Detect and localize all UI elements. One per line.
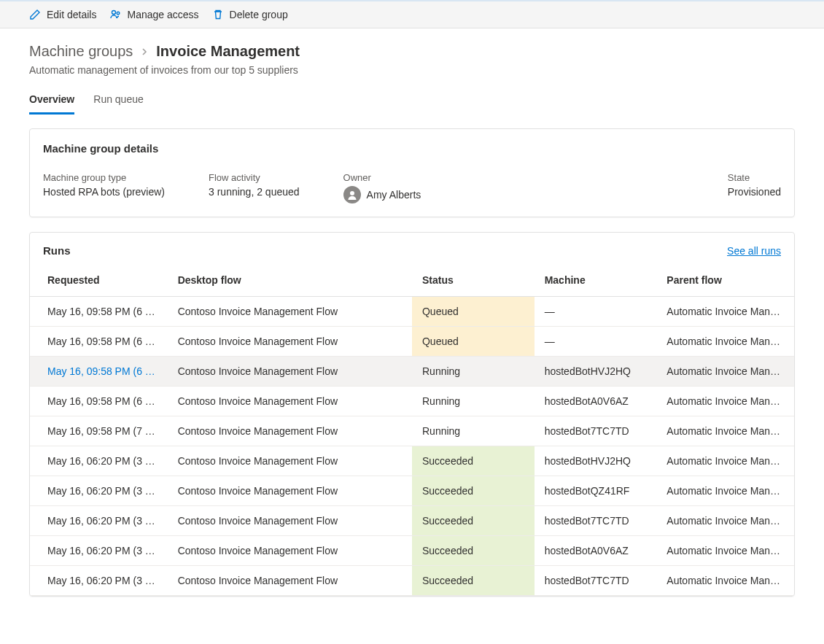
cell-requested: May 16, 06:20 PM (3 h ago) (30, 476, 168, 506)
manage-access-label: Manage access (127, 9, 198, 20)
runs-panel: Runs See all runs Requested Desktop flow… (29, 232, 795, 597)
cell-status: Succeeded (412, 506, 535, 536)
col-machine[interactable]: Machine (535, 264, 657, 297)
cell-requested: May 16, 06:20 PM (3 h ago) (30, 446, 168, 476)
col-desktop-flow[interactable]: Desktop flow (168, 264, 412, 297)
cell-machine: hostedBotQZ41RF (535, 476, 657, 506)
table-row[interactable]: May 16, 09:58 PM (7 min ago)Contoso Invo… (30, 416, 794, 446)
cell-desktop-flow: Contoso Invoice Management Flow (168, 476, 412, 506)
runs-title: Runs (43, 244, 71, 257)
cell-machine: hostedBot7TC7TD (535, 416, 657, 446)
table-row[interactable]: May 16, 06:20 PM (3 h ago)Contoso Invoic… (30, 476, 794, 506)
cell-machine: — (535, 297, 657, 327)
tabs: Overview Run queue (29, 89, 795, 115)
table-row[interactable]: May 16, 06:20 PM (3 h ago)Contoso Invoic… (30, 446, 794, 476)
cell-machine: — (535, 327, 657, 357)
cell-machine: hostedBot7TC7TD (535, 566, 657, 596)
cell-status: Succeeded (412, 476, 535, 506)
cell-desktop-flow: Contoso Invoice Management Flow (168, 387, 412, 416)
edit-details-button[interactable]: Edit details (29, 9, 96, 20)
cell-requested: May 16, 06:20 PM (3 h ago) (30, 536, 168, 566)
detail-type: Machine group type Hosted RPA bots (prev… (43, 172, 165, 203)
detail-state: State Provisioned (728, 172, 781, 203)
edit-details-label: Edit details (47, 9, 96, 20)
detail-activity-value: 3 running, 2 queued (209, 186, 300, 198)
detail-type-value: Hosted RPA bots (preview) (43, 186, 165, 198)
cell-status: Succeeded (412, 566, 535, 596)
cell-parent-flow: Automatic Invoice Manage... (656, 506, 794, 536)
cell-machine: hostedBotHVJ2HQ (535, 446, 657, 476)
detail-owner-value: Amy Alberts (367, 189, 421, 201)
cell-parent-flow: Automatic Invoice Manage... (656, 357, 794, 387)
cell-requested: May 16, 09:58 PM (6 min ago) (30, 297, 168, 327)
pencil-icon (29, 9, 41, 20)
tab-overview[interactable]: Overview (29, 89, 74, 115)
machine-group-details-panel: Machine group details Machine group type… (29, 128, 795, 217)
cell-parent-flow: Automatic Invoice Manage... (656, 416, 794, 446)
table-row[interactable]: May 16, 06:20 PM (3 h ago)Contoso Invoic… (30, 566, 794, 596)
cell-status: Running (412, 357, 535, 387)
cell-desktop-flow: Contoso Invoice Management Flow (168, 506, 412, 536)
people-icon (109, 9, 121, 20)
detail-owner: Owner Amy Alberts (343, 172, 421, 203)
command-bar: Edit details Manage access Delete group (0, 0, 824, 28)
col-status[interactable]: Status (412, 264, 535, 297)
table-row[interactable]: May 16, 06:20 PM (3 h ago)Contoso Invoic… (30, 536, 794, 566)
details-panel-title: Machine group details (43, 142, 781, 155)
table-row[interactable]: May 16, 09:58 PM (6 min ago)Contoso Invo… (30, 357, 794, 387)
svg-point-0 (112, 11, 116, 15)
table-row[interactable]: May 16, 06:20 PM (3 h ago)Contoso Invoic… (30, 506, 794, 536)
cell-parent-flow: Automatic Invoice Manage... (656, 536, 794, 566)
cell-requested: May 16, 09:58 PM (7 min ago) (30, 416, 168, 446)
svg-point-1 (117, 12, 120, 15)
cell-requested: May 16, 09:58 PM (6 min ago) (30, 327, 168, 357)
cell-status: Succeeded (412, 536, 535, 566)
cell-requested: May 16, 06:20 PM (3 h ago) (30, 506, 168, 536)
cell-desktop-flow: Contoso Invoice Management Flow (168, 446, 412, 476)
table-row[interactable]: May 16, 09:58 PM (6 min ago)Contoso Invo… (30, 327, 794, 357)
detail-activity: Flow activity 3 running, 2 queued (209, 172, 300, 203)
col-requested[interactable]: Requested (30, 264, 168, 297)
avatar (343, 186, 361, 203)
trash-icon (212, 9, 224, 20)
manage-access-button[interactable]: Manage access (109, 9, 198, 20)
cell-parent-flow: Automatic Invoice Manage... (656, 387, 794, 416)
table-row[interactable]: May 16, 09:58 PM (6 min ago)Contoso Invo… (30, 387, 794, 416)
cell-machine: hostedBotHVJ2HQ (535, 357, 657, 387)
cell-status: Running (412, 416, 535, 446)
detail-state-value: Provisioned (728, 186, 781, 198)
cell-parent-flow: Automatic Invoice Manage... (656, 297, 794, 327)
cell-requested: May 16, 09:58 PM (6 min ago) (30, 387, 168, 416)
cell-desktop-flow: Contoso Invoice Management Flow (168, 357, 412, 387)
detail-owner-label: Owner (343, 172, 421, 183)
svg-point-2 (350, 191, 354, 195)
delete-group-label: Delete group (230, 9, 288, 20)
cell-parent-flow: Automatic Invoice Manage... (656, 446, 794, 476)
cell-machine: hostedBotA0V6AZ (535, 387, 657, 416)
see-all-runs-link[interactable]: See all runs (727, 245, 781, 257)
delete-group-button[interactable]: Delete group (212, 9, 288, 20)
cell-machine: hostedBot7TC7TD (535, 506, 657, 536)
breadcrumb-current: Invoice Management (156, 43, 300, 60)
tab-run-queue[interactable]: Run queue (93, 89, 144, 115)
cell-requested: May 16, 06:20 PM (3 h ago) (30, 566, 168, 596)
detail-activity-label: Flow activity (209, 172, 300, 183)
breadcrumb-parent[interactable]: Machine groups (29, 43, 133, 60)
detail-state-label: State (728, 172, 781, 183)
cell-desktop-flow: Contoso Invoice Management Flow (168, 416, 412, 446)
detail-type-label: Machine group type (43, 172, 165, 183)
cell-desktop-flow: Contoso Invoice Management Flow (168, 536, 412, 566)
col-parent-flow[interactable]: Parent flow (656, 264, 794, 297)
chevron-right-icon (140, 43, 149, 60)
cell-status: Queued (412, 297, 535, 327)
cell-machine: hostedBotA0V6AZ (535, 536, 657, 566)
cell-desktop-flow: Contoso Invoice Management Flow (168, 327, 412, 357)
cell-status: Succeeded (412, 446, 535, 476)
cell-status: Queued (412, 327, 535, 357)
cell-desktop-flow: Contoso Invoice Management Flow (168, 566, 412, 596)
page-description: Automatic management of invoices from ou… (29, 64, 795, 76)
cell-requested: May 16, 09:58 PM (6 min ago) (30, 357, 168, 387)
cell-parent-flow: Automatic Invoice Manage... (656, 327, 794, 357)
table-row[interactable]: May 16, 09:58 PM (6 min ago)Contoso Invo… (30, 297, 794, 327)
runs-table: Requested Desktop flow Status Machine Pa… (30, 264, 794, 596)
